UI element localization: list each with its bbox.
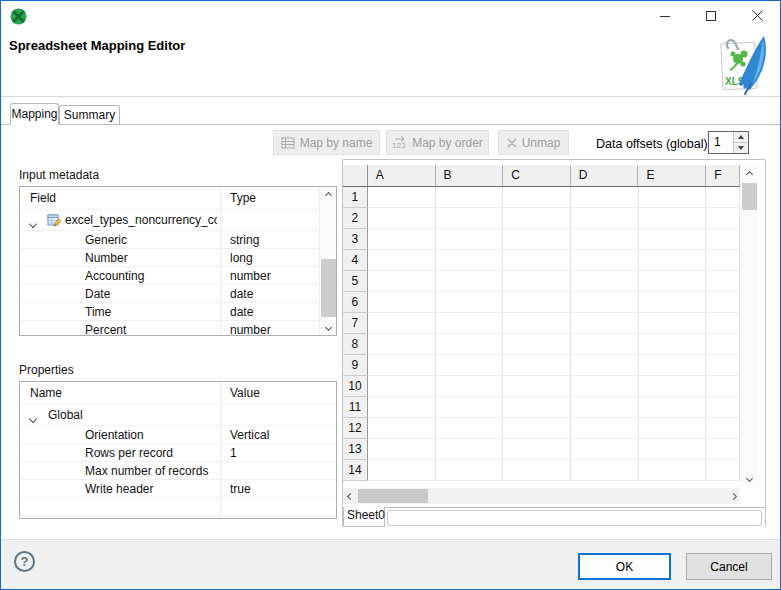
grid-cell[interactable] <box>368 229 436 250</box>
grid-cell[interactable] <box>639 376 707 397</box>
close-button[interactable] <box>736 1 778 30</box>
grid-row-header[interactable]: 11 <box>343 397 368 418</box>
grid-cell[interactable] <box>639 271 707 292</box>
grid-cell[interactable] <box>368 250 436 271</box>
grid-row-header[interactable]: 3 <box>343 229 368 250</box>
data-offsets-spinner[interactable]: 1 <box>708 131 749 154</box>
grid-cell[interactable] <box>436 439 504 460</box>
grid-cell[interactable] <box>503 187 571 208</box>
grid-cell[interactable] <box>368 418 436 439</box>
grid-row-header[interactable]: 9 <box>343 355 368 376</box>
grid-cell[interactable] <box>706 439 740 460</box>
grid-cell[interactable] <box>436 271 504 292</box>
maximize-button[interactable] <box>690 1 732 30</box>
grid-cell[interactable] <box>706 334 740 355</box>
grid-cell[interactable] <box>436 187 504 208</box>
property-row[interactable]: Write headertrue <box>20 479 336 497</box>
scrollbar-thumb[interactable] <box>742 183 757 210</box>
properties-empty-row[interactable] <box>20 515 336 519</box>
grid-vertical-scrollbar[interactable] <box>741 166 758 486</box>
grid-cell[interactable] <box>571 397 639 418</box>
map-by-order-button[interactable]: 123 Map by order <box>386 130 489 155</box>
property-row[interactable]: Max number of records <box>20 461 336 479</box>
grid-cell[interactable] <box>639 313 707 334</box>
grid-cell[interactable] <box>639 187 707 208</box>
grid-cell[interactable] <box>368 439 436 460</box>
grid-cell[interactable] <box>706 418 740 439</box>
grid-cell[interactable] <box>571 334 639 355</box>
grid-cell[interactable] <box>571 229 639 250</box>
metadata-field-row[interactable]: Percentnumber <box>20 320 336 336</box>
properties-empty-row[interactable] <box>20 497 336 515</box>
grid-cell[interactable] <box>503 418 571 439</box>
grid-cell[interactable] <box>436 355 504 376</box>
grid-cell[interactable] <box>503 292 571 313</box>
grid-cell[interactable] <box>436 334 504 355</box>
grid-cell[interactable] <box>639 418 707 439</box>
grid-cell[interactable] <box>503 397 571 418</box>
tab-summary[interactable]: Summary <box>59 105 120 124</box>
grid-cell[interactable] <box>639 334 707 355</box>
grid-cell[interactable] <box>639 460 707 481</box>
grid-cell[interactable] <box>706 271 740 292</box>
grid-cell[interactable] <box>436 229 504 250</box>
grid-cell[interactable] <box>639 208 707 229</box>
grid-cell[interactable] <box>368 334 436 355</box>
map-by-name-button[interactable]: Map by name <box>273 130 380 155</box>
scrollbar-thumb[interactable] <box>358 489 428 503</box>
scroll-up-icon[interactable] <box>320 187 337 203</box>
metadata-scrollbar[interactable] <box>319 187 336 335</box>
grid-cell[interactable] <box>706 250 740 271</box>
grid-cell[interactable] <box>503 271 571 292</box>
grid-cell[interactable] <box>571 208 639 229</box>
metadata-record-row[interactable]: excel_types_noncurrency_con <box>20 209 336 230</box>
grid-corner-cell[interactable] <box>343 165 368 186</box>
metadata-field-row[interactable]: Numberlong <box>20 248 336 266</box>
metadata-field-row[interactable]: Datedate <box>20 284 336 302</box>
grid-row-header[interactable]: 8 <box>343 334 368 355</box>
scroll-down-icon[interactable] <box>320 319 337 335</box>
metadata-field-row[interactable]: Timedate <box>20 302 336 320</box>
grid-cell[interactable] <box>706 208 740 229</box>
grid-cell[interactable] <box>503 250 571 271</box>
grid-cell[interactable] <box>436 418 504 439</box>
property-row[interactable]: OrientationVertical <box>20 425 336 443</box>
grid-cell[interactable] <box>571 313 639 334</box>
grid-cell[interactable] <box>706 355 740 376</box>
grid-cell[interactable] <box>436 397 504 418</box>
tab-mapping[interactable]: Mapping <box>10 103 59 125</box>
grid-cell[interactable] <box>368 208 436 229</box>
spinner-down-button[interactable] <box>734 143 748 153</box>
help-button[interactable]: ? <box>14 551 35 572</box>
grid-cell[interactable] <box>368 313 436 334</box>
metadata-field-row[interactable]: Accountingnumber <box>20 266 336 284</box>
grid-cell[interactable] <box>368 397 436 418</box>
property-row[interactable]: Rows per record1 <box>20 443 336 461</box>
grid-cell[interactable] <box>639 229 707 250</box>
grid-cell[interactable] <box>571 250 639 271</box>
scroll-right-icon[interactable] <box>726 488 740 504</box>
grid-cell[interactable] <box>503 208 571 229</box>
grid-cell[interactable] <box>503 376 571 397</box>
properties-group-row[interactable]: Global <box>20 404 336 425</box>
grid-row-header[interactable]: 2 <box>343 208 368 229</box>
grid-cell[interactable] <box>503 229 571 250</box>
spinner-up-button[interactable] <box>734 132 748 143</box>
grid-cell[interactable] <box>368 292 436 313</box>
grid-cell[interactable] <box>368 271 436 292</box>
grid-cell[interactable] <box>571 460 639 481</box>
grid-cell[interactable] <box>706 376 740 397</box>
grid-cell[interactable] <box>706 460 740 481</box>
cancel-button[interactable]: Cancel <box>686 553 772 580</box>
grid-cell[interactable] <box>571 418 639 439</box>
grid-cell[interactable] <box>571 292 639 313</box>
grid-cell[interactable] <box>368 187 436 208</box>
grid-row-header[interactable]: 5 <box>343 271 368 292</box>
grid-row-header[interactable]: 4 <box>343 250 368 271</box>
grid-cell[interactable] <box>639 250 707 271</box>
tree-expand-icon[interactable] <box>30 216 36 230</box>
grid-cell[interactable] <box>571 355 639 376</box>
grid-row-header[interactable]: 1 <box>343 187 368 208</box>
grid-column-header[interactable]: B <box>436 165 504 186</box>
grid-cell[interactable] <box>503 355 571 376</box>
